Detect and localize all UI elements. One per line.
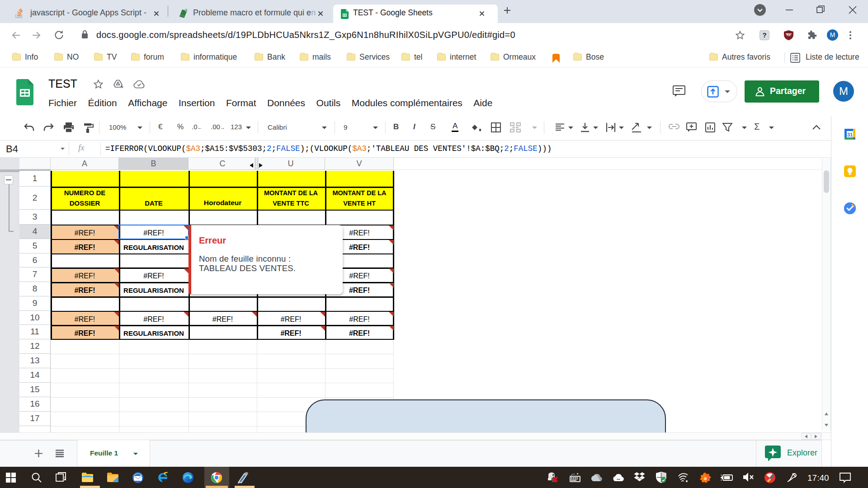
svg-text:uO: uO	[786, 33, 791, 37]
svg-text:31: 31	[847, 132, 853, 137]
svg-text:?: ?	[762, 31, 766, 39]
svg-text:a: a	[704, 475, 707, 481]
